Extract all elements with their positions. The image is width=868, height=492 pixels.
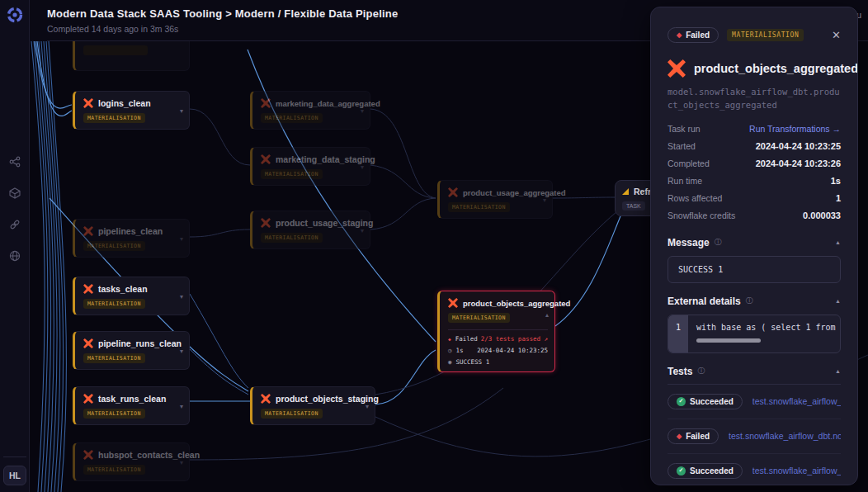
cube-icon[interactable] <box>9 187 21 199</box>
test-row: ✓ Succeeded test.snowflake_airflow_dbt.n… <box>668 454 841 485</box>
divider <box>3 457 26 457</box>
test-link[interactable]: test.snowflake_airflow_dbt.not_null_pr <box>752 466 841 475</box>
node-label: product_usage_aggregated <box>463 188 566 197</box>
materialisation-badge: MATERIALISATION <box>83 241 145 251</box>
dbt-icon <box>668 59 686 78</box>
test-row: ◆ Failed test.snowflake_airflow_dbt.not_… <box>668 419 841 454</box>
user-avatar[interactable]: HL <box>3 466 26 485</box>
task-details-panel: ◆ Failed MATERIALISATION ✕ product_objec… <box>650 7 858 485</box>
detail-row-rows-affected: Rows affected 1 <box>668 190 841 207</box>
test-link[interactable]: test.snowflake_airflow_dbt.unique_pro <box>752 396 841 406</box>
node-label: marketing_data_aggregated <box>276 99 380 108</box>
run-summary: Completed 14 days ago in 3m 36s <box>47 24 178 34</box>
node-label: task_runs_clean <box>98 394 166 404</box>
chevron-down-icon[interactable]: ▾ <box>180 347 183 354</box>
horizontal-scrollbar[interactable] <box>696 338 761 343</box>
dbt-icon <box>261 394 271 404</box>
dbt-icon <box>83 284 93 294</box>
chevron-down-icon[interactable]: ▾ <box>180 458 183 466</box>
chevron-down-icon[interactable]: ▾ <box>543 196 546 203</box>
chevron-down-icon[interactable]: ▾ <box>366 402 369 409</box>
link-icon[interactable] <box>9 219 21 230</box>
materialisation-badge: MATERIALISATION <box>448 313 510 323</box>
node-task-runs-clean[interactable]: task_runs_clean MATERIALISATION ▾ <box>73 386 190 425</box>
tests-summary-link[interactable]: 2/3 tests passed ↗ <box>481 335 548 343</box>
powerbi-icon <box>622 188 629 195</box>
test-status-badge: ◆ Failed <box>668 428 719 444</box>
materialisation-badge: MATERIALISATION <box>261 169 323 179</box>
status-circle-icon: ◉ <box>448 358 452 366</box>
run-transformations-link[interactable]: Run Transformations → <box>749 124 841 134</box>
breadcrumb: Modern Data Stack SAAS Tooling > Modern … <box>47 7 398 20</box>
line-number: 1 <box>668 315 688 352</box>
chevron-down-icon[interactable]: ▾ <box>180 292 183 300</box>
node-marketing-data-aggregated[interactable]: marketing_data_aggregated MATERIALISATIO… <box>250 91 370 130</box>
node-hubspot-contacts-clean[interactable]: hubspot_contacts_clean MATERIALISATION ▾ <box>73 442 190 481</box>
info-icon: ⓘ <box>715 237 722 248</box>
node-product-objects-staging[interactable]: product_objects_staging MATERIALISATION … <box>250 386 375 425</box>
failed-diamond-icon: ◆ <box>677 433 682 440</box>
globe-icon[interactable] <box>9 250 21 262</box>
model-path: model.snowflake_airflow_dbt.product_obje… <box>668 85 841 112</box>
info-icon: ⓘ <box>697 366 705 376</box>
node-logins-clean[interactable]: logins_clean MATERIALISATION ▾ <box>73 91 190 130</box>
chevron-down-icon[interactable]: ▾ <box>361 226 364 234</box>
dbt-icon <box>448 298 458 308</box>
chevron-down-icon[interactable]: ▾ <box>361 163 364 170</box>
dbt-icon <box>83 338 93 348</box>
chevron-up-icon[interactable]: ▴ <box>545 311 549 319</box>
collapse-icon[interactable]: ▲ <box>835 368 841 374</box>
chevron-down-icon[interactable]: ▾ <box>180 106 183 114</box>
node-marketing-data-staging[interactable]: marketing_data_staging MATERIALISATION ▾ <box>250 147 370 186</box>
materialisation-badge: MATERIALISATION <box>727 29 804 41</box>
node-pipeline-runs-clean[interactable]: pipeline_runs_clean MATERIALISATION ▾ <box>73 331 190 370</box>
node-label: tasks_clean <box>98 284 148 294</box>
node-tasks-clean[interactable]: tasks_clean MATERIALISATION ▾ <box>73 277 190 315</box>
node-label: hubspot_contacts_clean <box>98 450 200 460</box>
dbt-icon <box>83 394 93 404</box>
message-value: SUCCESS 1 <box>456 358 490 366</box>
node-label: pipelines_clean <box>98 226 163 236</box>
collapse-icon[interactable]: ▲ <box>835 298 841 304</box>
info-icon: ⓘ <box>746 296 753 306</box>
node-label: product_objects_aggregated <box>463 299 570 308</box>
app-sidebar: HL <box>0 0 30 492</box>
node-pipelines-clean[interactable]: pipelines_clean MATERIALISATION ▾ <box>73 219 190 258</box>
lineage-graph-icon[interactable] <box>9 156 21 168</box>
status-row: ◆ Failed 2/3 tests passed ↗ <box>448 335 548 343</box>
status-badge: ◆ Failed <box>668 27 719 43</box>
tests-section: Tests ⓘ ▲ ✓ Succeeded test.snowflake_air… <box>668 366 841 485</box>
failed-diamond-icon: ◆ <box>448 336 451 342</box>
app-logo-icon[interactable] <box>6 6 24 24</box>
detail-row-started: Started 2024-04-24 10:23:25 <box>668 138 841 155</box>
materialisation-badge: MATERIALISATION <box>83 409 145 419</box>
chevron-down-icon[interactable]: ▾ <box>180 402 183 409</box>
chevron-down-icon[interactable]: ▾ <box>180 234 183 242</box>
detail-row-run-time: Run time 1s <box>668 173 841 190</box>
node-product-usage-staging[interactable]: product_usage_staging MATERIALISATION ▾ <box>250 211 370 249</box>
external-details-section: External details ⓘ ▲ 1 with base as ( se… <box>668 296 841 353</box>
test-link[interactable]: test.snowflake_airflow_dbt.not_null_pr <box>729 431 841 441</box>
node-product-objects-aggregated-selected[interactable]: product_objects_aggregated MATERIALISATI… <box>437 291 555 372</box>
message-row: ◉ SUCCESS 1 <box>448 358 548 366</box>
dbt-icon <box>83 98 93 108</box>
runtime-row: ◷ 1s 2024-04-24 10:23:25 <box>448 347 548 354</box>
close-icon[interactable]: ✕ <box>832 29 841 41</box>
message-section: Message ⓘ ▲ SUCCESS 1 <box>668 237 841 283</box>
materialisation-badge: MATERIALISATION <box>83 465 145 475</box>
materialisation-badge: MATERIALISATION <box>261 233 323 243</box>
materialisation-badge: MATERIALISATION <box>83 353 145 363</box>
succeeded-check-icon: ✓ <box>677 397 686 406</box>
node-label: product_usage_staging <box>276 218 373 228</box>
dbt-icon <box>261 154 271 164</box>
chevron-down-icon[interactable]: ▾ <box>361 106 364 114</box>
dbt-icon <box>448 187 458 197</box>
node-product-usage-aggregated[interactable]: product_usage_aggregated MATERIALISATION… <box>437 180 553 219</box>
materialisation-badge: MATERIALISATION <box>261 113 323 123</box>
materialisation-badge: MATERIALISATION <box>83 113 145 123</box>
detail-row-completed: Completed 2024-04-24 10:23:26 <box>668 155 841 173</box>
detail-row-task-run: Task run Run Transformations → <box>668 121 841 138</box>
node-label: product_objects_staging <box>276 394 379 404</box>
sql-code[interactable]: with base as ( select 1 from SNOWFLAKE <box>688 315 840 352</box>
collapse-icon[interactable]: ▲ <box>835 239 841 245</box>
